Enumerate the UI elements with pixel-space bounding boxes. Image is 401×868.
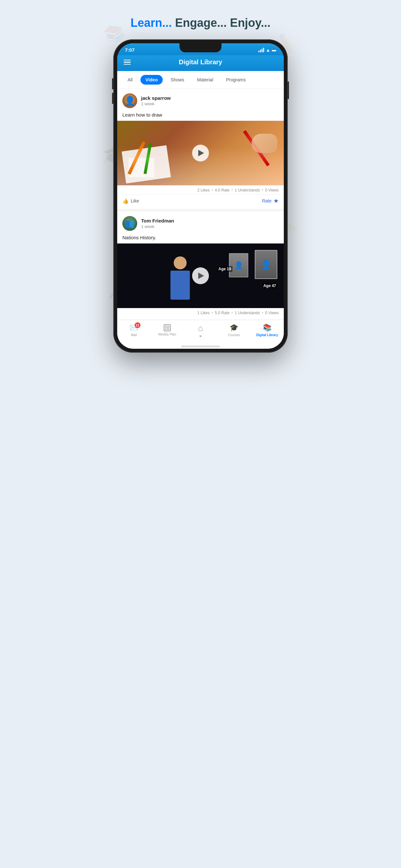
avatar-tom [122, 216, 137, 231]
like-button[interactable]: 👍 Like [122, 198, 139, 204]
age-label-47: Age 47 [262, 283, 277, 289]
rate-label: Rate [262, 198, 272, 204]
dot-1: • [212, 188, 213, 192]
mail-badge: 11 [135, 322, 141, 328]
understands-count: 1 Understands [235, 188, 260, 192]
tagline-learn: Learn... [130, 16, 172, 29]
nav-mail-label: Mail [131, 333, 136, 337]
courses-icon: 🎓 [229, 323, 238, 332]
post-card: jack sparrow 1 week Learn how to draw [117, 89, 284, 209]
post-time: 1 week [141, 101, 279, 106]
home-icon: ⌂ [198, 323, 203, 333]
avatar [122, 93, 137, 108]
rate-button[interactable]: Rate ★ [262, 197, 279, 205]
tab-programs[interactable]: Programs [221, 75, 251, 85]
rate-value: 4.0 Rate [215, 188, 229, 192]
tagline-rest: Engage... Enjoy... [172, 16, 270, 29]
action-row: 👍 Like Rate ★ [117, 194, 284, 209]
likes-count-2: 1 Likes [197, 311, 210, 315]
phone-screen: 7:07 ▲ ▬ Digital Library [117, 43, 284, 349]
speaker-figure [167, 256, 193, 302]
status-icons: ▲ ▬ [258, 48, 276, 53]
rate-value-2: 5.0 Rate [215, 311, 229, 315]
understands-count-2: 1 Understands [235, 311, 260, 315]
hamburger-menu[interactable] [124, 60, 131, 65]
volume-up-button [112, 78, 113, 89]
power-button [288, 82, 289, 99]
mail-icon-container: ✉️ 11 [129, 323, 138, 332]
star-icon: ★ [274, 197, 279, 205]
video-thumbnail[interactable] [117, 121, 284, 185]
stats-row-2: 1 Likes • 5.0 Rate • 1 Understands • 0 V… [117, 308, 284, 317]
battery-icon: ▬ [272, 48, 276, 52]
play-triangle-icon [198, 150, 204, 156]
post-caption: Learn how to draw [117, 111, 284, 121]
photo-card-young: 👤 [229, 253, 248, 277]
header-title: Digital Library [179, 58, 222, 66]
bottom-nav: ✉️ 11 Mail Weekly Plan ⌂ [117, 320, 284, 344]
stats-row: 2 Likes • 4.0 Rate • 1 Understands • 0 V… [117, 185, 284, 194]
dot-4: • [212, 311, 213, 315]
dot-6: • [262, 311, 263, 315]
nav-home[interactable]: ⌂ [184, 323, 217, 337]
nav-weekly-plan-label: Weekly Plan [158, 333, 176, 336]
nav-digital-library[interactable]: 📚 Digital Library [251, 323, 284, 337]
post-header: jack sparrow 1 week [117, 89, 284, 111]
status-time: 7:07 [125, 47, 135, 53]
post-time-2: 1 week [141, 224, 279, 229]
nav-mail[interactable]: ✉️ 11 Mail [117, 323, 150, 337]
avatar-jack [122, 93, 137, 108]
views-count: 0 Views [265, 188, 279, 192]
wifi-icon: ▲ [266, 48, 270, 53]
tab-shows[interactable]: Shows [165, 75, 189, 85]
signal-icon [258, 48, 264, 52]
avatar-2 [122, 216, 137, 231]
post-meta-2: Tom Friedman 1 week [141, 218, 279, 229]
home-dot [199, 335, 202, 337]
nav-courses[interactable]: 🎓 Courses [217, 323, 251, 337]
age-label-19: Age 19 [217, 266, 233, 272]
tab-material[interactable]: Material [192, 75, 218, 85]
play-button[interactable] [192, 145, 209, 161]
notch [180, 43, 221, 52]
photo-card-old: 👤 [255, 250, 277, 279]
nav-digital-library-label: Digital Library [256, 333, 278, 337]
play-triangle-icon-2 [198, 273, 204, 279]
post-meta: jack sparrow 1 week [141, 95, 279, 106]
post-header-2: Tom Friedman 1 week [117, 212, 284, 234]
tagline: Learn... Engage... Enjoy... [100, 6, 301, 30]
content-area: jack sparrow 1 week Learn how to draw [117, 89, 284, 317]
dot-2: • [232, 188, 233, 192]
post-card-2: Tom Friedman 1 week Nations History. [117, 212, 284, 317]
tab-video[interactable]: Video [141, 75, 163, 85]
play-button-2[interactable] [192, 268, 209, 284]
volume-down-button [112, 93, 113, 104]
post-author-2: Tom Friedman [141, 218, 279, 223]
nav-weekly-plan[interactable]: Weekly Plan [150, 324, 184, 336]
views-count-2: 0 Views [265, 311, 279, 315]
nav-courses-label: Courses [228, 333, 240, 337]
tab-all[interactable]: All [122, 75, 138, 85]
like-label: Like [131, 198, 139, 204]
dot-3: • [262, 188, 263, 192]
digital-library-icon: 📚 [263, 323, 272, 332]
home-indicator [181, 345, 220, 347]
thumbs-up-icon: 👍 [122, 198, 129, 204]
calendar-icon [164, 324, 171, 331]
likes-count: 2 Likes [197, 188, 210, 192]
post-caption-2: Nations History. [117, 234, 284, 244]
dot-5: • [232, 311, 233, 315]
filter-tabs: All Video Shows Material Programs [117, 71, 284, 89]
app-header: Digital Library [117, 55, 284, 71]
video-thumbnail-2[interactable]: 👤 👤 Age 19 Age 47 [117, 244, 284, 308]
post-author: jack sparrow [141, 95, 279, 101]
phone-frame: 7:07 ▲ ▬ Digital Library [113, 39, 288, 352]
